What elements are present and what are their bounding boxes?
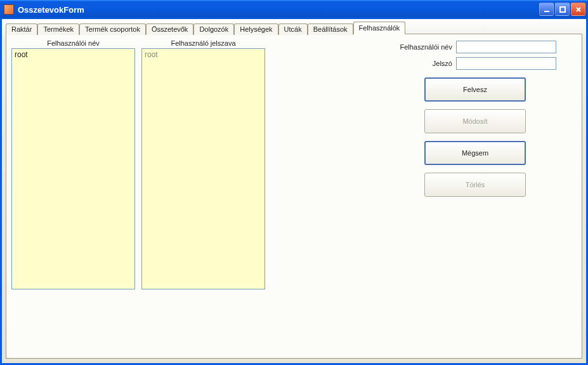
- username-column: Felhasználói név root: [11, 39, 135, 289]
- window-title: OsszetevokForm: [18, 5, 84, 15]
- app-window: OsszetevokForm Raktár Termékek Termék cs…: [0, 0, 588, 365]
- tab-dolgozok[interactable]: Dolgozók: [193, 23, 234, 35]
- close-button[interactable]: [571, 3, 585, 16]
- password-listbox[interactable]: root: [141, 48, 265, 289]
- client-area: Raktár Termékek Termék csoportok Összete…: [0, 19, 588, 365]
- svg-rect-1: [560, 7, 565, 12]
- username-input[interactable]: [456, 41, 556, 53]
- list-item[interactable]: root: [145, 50, 262, 60]
- tab-helysegek[interactable]: Helységek: [234, 23, 278, 35]
- list-item[interactable]: root: [15, 50, 132, 60]
- tab-termek-csoportok[interactable]: Termék csoportok: [79, 23, 146, 35]
- delete-button[interactable]: Törlés: [424, 173, 526, 197]
- minimize-button[interactable]: [539, 3, 554, 16]
- username-label: Felhasználói név: [398, 43, 456, 51]
- button-stack: Felvesz Módosít Mégsem Törlés: [424, 77, 556, 197]
- maximize-button[interactable]: [555, 3, 570, 16]
- maximize-icon: [559, 6, 566, 13]
- svg-rect-0: [544, 11, 549, 12]
- close-icon: [575, 6, 582, 13]
- modify-button[interactable]: Módosít: [424, 109, 526, 133]
- username-listbox[interactable]: root: [11, 48, 135, 289]
- tab-raktar[interactable]: Raktár: [6, 23, 37, 35]
- form-row-password: Jelszó: [398, 57, 556, 70]
- window-controls: [539, 3, 585, 16]
- tab-felhasznalok[interactable]: Felhasználók: [353, 22, 406, 34]
- titlebar[interactable]: OsszetevokForm: [0, 0, 588, 19]
- password-column-header: Felhasználó jelszava: [171, 39, 235, 47]
- minimize-icon: [543, 6, 551, 13]
- tab-termekek[interactable]: Termékek: [37, 23, 79, 35]
- cancel-button[interactable]: Mégsem: [424, 141, 526, 165]
- username-column-header: Felhasználói név: [47, 39, 100, 47]
- password-column: Felhasználó jelszava root: [141, 39, 265, 289]
- password-label: Jelszó: [398, 60, 456, 67]
- tab-beallitasok[interactable]: Beállítások: [308, 23, 353, 35]
- password-input[interactable]: [456, 57, 556, 70]
- tabstrip: Raktár Termékek Termék csoportok Összete…: [6, 22, 582, 34]
- add-button[interactable]: Felvesz: [424, 77, 526, 102]
- app-icon: [4, 4, 14, 15]
- form-row-username: Felhasználói név: [398, 41, 556, 53]
- tab-utcak[interactable]: Utcák: [278, 23, 308, 35]
- form-panel: Felhasználói név Jelszó Felvesz Módosít …: [398, 41, 556, 197]
- tab-panel-felhasznalok: Felhasználói név root Felhasználó jelsza…: [6, 34, 582, 359]
- tab-osszetevok[interactable]: Összetevők: [146, 23, 193, 35]
